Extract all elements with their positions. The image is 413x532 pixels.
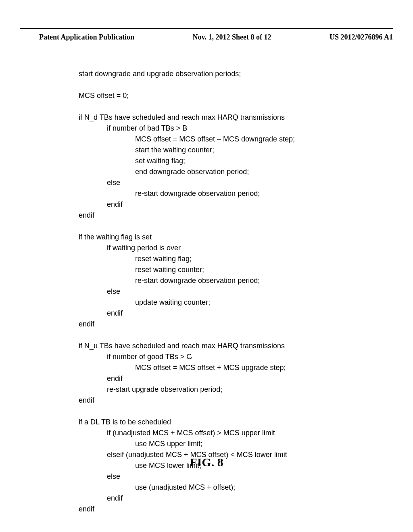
code-line: if the waiting flag is set [79,232,345,243]
figure-caption: FIG. 8 [0,455,413,469]
code-line: endif [79,308,345,319]
code-line: reset waiting flag; [79,254,345,264]
code-line: endif [79,373,345,384]
pseudocode-content: start downgrade and upgrade observation … [79,69,345,515]
header-publication-number: US 2012/0276896 A1 [330,33,393,42]
code-line: end downgrade observation period; [79,166,345,177]
code-line: if number of bad TBs > B [79,123,345,134]
code-line: re-start upgrade observation period; [79,384,345,395]
code-line: re-start downgrade observation period; [79,275,345,286]
header-divider [20,28,393,29]
code-line: endif [79,504,345,515]
code-line: if N_d TBs have scheduled and reach max … [79,112,345,123]
code-line: use (unadjusted MCS + offset); [79,482,345,493]
code-line: endif [79,210,345,221]
code-line: use MCS upper limit; [79,438,345,449]
code-line: else [79,177,345,188]
code-line: if N_u TBs have scheduled and reach max … [79,341,345,351]
code-line: endif [79,395,345,406]
code-line: if (unadjusted MCS + MCS offset) > MCS u… [79,428,345,438]
code-line: start downgrade and upgrade observation … [79,69,345,79]
code-line: if waiting period is over [79,243,345,254]
code-line: if number of good TBs > G [79,351,345,362]
page-header: Patent Application Publication Nov. 1, 2… [39,33,393,42]
code-line: if a DL TB is to be scheduled [79,417,345,428]
code-line: MCS offset = MCS offset + MCS upgrade st… [79,362,345,373]
code-line: MCS offset = MCS offset – MCS downgrade … [79,134,345,145]
header-date-sheet: Nov. 1, 2012 Sheet 8 of 12 [193,33,271,42]
code-line: reset waiting counter; [79,264,345,275]
code-line: re-start downgrade observation period; [79,188,345,199]
code-line: endif [79,493,345,504]
header-publication-type: Patent Application Publication [39,33,134,42]
code-line: endif [79,199,345,210]
code-line: start the waiting counter; [79,145,345,156]
code-line: set waiting flag; [79,156,345,166]
code-line: endif [79,319,345,330]
code-line: else [79,286,345,297]
code-line: else [79,471,345,482]
code-line: MCS offset = 0; [79,90,345,101]
code-line: update waiting counter; [79,297,345,308]
